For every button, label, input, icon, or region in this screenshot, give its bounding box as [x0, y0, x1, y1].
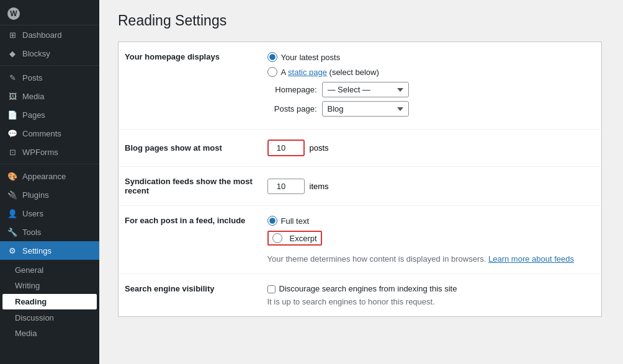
- homepage-row: Your homepage displays Your latest posts…: [119, 42, 602, 130]
- sidebar-item-media[interactable]: 🖼 Media: [0, 87, 99, 105]
- blog-pages-suffix: posts: [310, 143, 329, 153]
- sidebar-item-tools[interactable]: 🔧 Tools: [0, 223, 99, 241]
- dashboard-icon: ⊞: [7, 30, 17, 40]
- feed-learn-more-link[interactable]: Learn more about feeds: [488, 254, 574, 264]
- static-page-link[interactable]: static page: [288, 68, 327, 77]
- radio-excerpt-label: Excerpt: [290, 234, 317, 243]
- plugins-icon: 🔌: [7, 190, 17, 200]
- wpforms-icon: ⊡: [7, 147, 17, 157]
- radio-excerpt-input[interactable]: [272, 233, 282, 243]
- syndication-label: Syndication feeds show the most recent: [119, 167, 261, 206]
- sidebar: W ⊞ Dashboard ◆ Blocksy ✎ Posts 🖼 Media …: [0, 0, 99, 364]
- radio-static-page[interactable]: A static page (select below): [267, 67, 596, 77]
- sidebar-divider-2: [0, 164, 99, 164]
- submenu-writing[interactable]: Writing: [0, 278, 99, 293]
- sidebar-item-comments[interactable]: 💬 Comments: [0, 124, 99, 143]
- radio-static-label: A static page (select below): [281, 68, 379, 77]
- radio-static-input[interactable]: [267, 67, 277, 77]
- blog-pages-label: Blog pages show at most: [119, 130, 261, 167]
- blog-pages-number-row: posts: [267, 140, 596, 156]
- submenu-media[interactable]: Media: [0, 326, 99, 341]
- wordpress-icon: W: [7, 7, 20, 20]
- blog-pages-input[interactable]: [267, 140, 305, 156]
- homepage-select-row: Homepage: — Select —: [267, 82, 596, 97]
- main-content: Reading Settings Your homepage displays …: [99, 0, 623, 364]
- settings-table: Your homepage displays Your latest posts…: [118, 42, 602, 317]
- sidebar-item-wpforms[interactable]: ⊡ WPForms: [0, 143, 99, 161]
- posts-page-select[interactable]: Blog: [322, 101, 409, 117]
- search-label: Search engine visibility: [119, 274, 261, 317]
- homepage-control: Your latest posts A static page (select …: [261, 42, 602, 130]
- posts-page-select-row: Posts page: Blog: [267, 101, 596, 117]
- sidebar-item-users[interactable]: 👤 Users: [0, 204, 99, 223]
- submenu-general[interactable]: General: [0, 262, 99, 278]
- feed-row: For each post in a feed, include Full te…: [119, 206, 602, 274]
- sidebar-item-posts[interactable]: ✎ Posts: [0, 68, 99, 87]
- settings-submenu: General Writing Reading Discussion Media: [0, 262, 99, 341]
- radio-full-text-input[interactable]: [267, 216, 277, 226]
- feed-note: Your theme determines how content is dis…: [267, 254, 596, 264]
- search-note: It is up to search engines to honor this…: [267, 297, 596, 306]
- pages-icon: 📄: [7, 110, 17, 120]
- settings-icon: ⚙: [7, 246, 17, 255]
- sidebar-item-pages[interactable]: 📄 Pages: [0, 105, 99, 124]
- submenu-discussion[interactable]: Discussion: [0, 310, 99, 326]
- posts-page-select-label: Posts page:: [267, 104, 317, 113]
- syndication-control: items: [261, 167, 602, 206]
- radio-latest-posts[interactable]: Your latest posts: [267, 52, 596, 62]
- blog-pages-row: Blog pages show at most posts: [119, 130, 602, 167]
- radio-full-text-label: Full text: [281, 216, 310, 226]
- feed-label: For each post in a feed, include: [119, 206, 261, 274]
- search-checkbox-label: Discourage search engines from indexing …: [279, 284, 457, 293]
- homepage-select[interactable]: — Select —: [322, 82, 409, 97]
- sidebar-item-settings[interactable]: ⚙ Settings: [0, 241, 99, 260]
- homepage-label: Your homepage displays: [119, 42, 261, 130]
- comments-icon: 💬: [7, 128, 17, 138]
- search-control: Discourage search engines from indexing …: [261, 274, 602, 317]
- syndication-input[interactable]: [267, 179, 305, 194]
- users-icon: 👤: [7, 208, 17, 218]
- radio-latest-input[interactable]: [267, 52, 277, 62]
- appearance-icon: 🎨: [7, 171, 17, 181]
- submenu-reading[interactable]: Reading: [2, 294, 97, 309]
- sidebar-divider-1: [0, 65, 99, 66]
- feed-control: Full text Excerpt Your theme determines …: [261, 206, 602, 274]
- tools-icon: 🔧: [7, 227, 17, 237]
- syndication-row: Syndication feeds show the most recent i…: [119, 167, 602, 206]
- search-visibility-checkbox[interactable]: [267, 285, 276, 293]
- radio-full-text[interactable]: Full text: [267, 216, 596, 226]
- syndication-number-row: items: [267, 179, 596, 194]
- sidebar-item-blocksy[interactable]: ◆ Blocksy: [0, 44, 99, 63]
- syndication-suffix: items: [310, 182, 329, 191]
- radio-excerpt[interactable]: Excerpt: [267, 231, 322, 246]
- media-icon: 🖼: [7, 91, 17, 101]
- blocksy-icon: ◆: [7, 48, 17, 58]
- sidebar-item-dashboard[interactable]: ⊞ Dashboard: [0, 25, 99, 44]
- page-title: Reading Settings: [118, 12, 604, 29]
- radio-latest-label: Your latest posts: [281, 53, 341, 62]
- search-checkbox-row[interactable]: Discourage search engines from indexing …: [267, 284, 596, 293]
- sidebar-item-plugins[interactable]: 🔌 Plugins: [0, 185, 99, 204]
- homepage-select-label: Homepage:: [267, 85, 317, 94]
- search-visibility-row: Search engine visibility Discourage sear…: [119, 274, 602, 317]
- posts-icon: ✎: [7, 73, 17, 82]
- blog-pages-control: posts: [261, 130, 602, 167]
- sidebar-item-appearance[interactable]: 🎨 Appearance: [0, 167, 99, 185]
- sidebar-logo[interactable]: W: [0, 0, 99, 25]
